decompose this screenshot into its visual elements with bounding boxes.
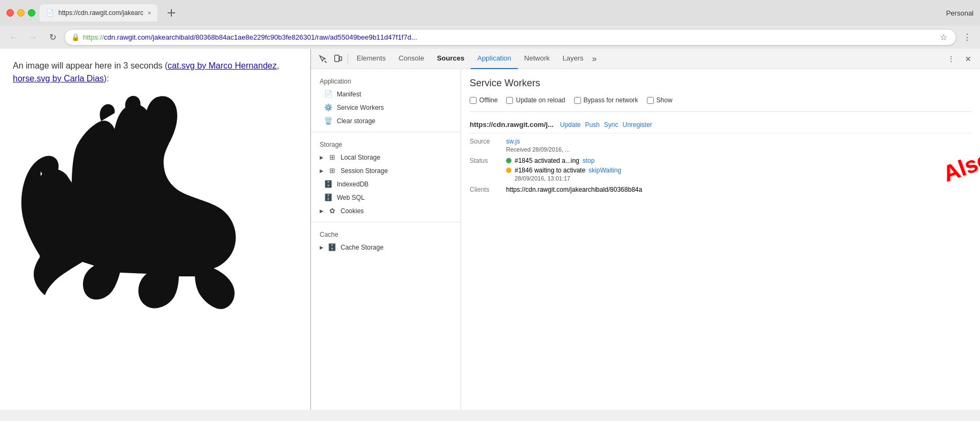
clear-storage-icon: 🗑️: [324, 117, 333, 125]
back-button[interactable]: ←: [6, 30, 21, 45]
sidebar-item-service-workers[interactable]: ⚙️ Service Workers: [311, 101, 461, 114]
sidebar-item-local-storage[interactable]: ▶ ⊞ Local Storage: [311, 151, 461, 164]
horse-link[interactable]: horse.svg by Carla Dias: [13, 74, 104, 83]
cat-link[interactable]: cat.svg by Marco Hernandez: [168, 61, 277, 70]
devtools-inner: Elements Console Sources Application Net…: [311, 49, 980, 410]
cache-storage-icon: 🗄️: [328, 243, 336, 251]
sidebar-item-web-sql[interactable]: 🗄️ Web SQL: [311, 191, 461, 204]
separator: ,: [277, 61, 279, 70]
sw-sync-link[interactable]: Sync: [604, 121, 619, 129]
webpage-content: An image will appear here in 3 seconds (…: [0, 49, 311, 410]
sidebar-item-clear-storage[interactable]: 🗑️ Clear storage: [311, 114, 461, 127]
sw-status2-timestamp: 28/09/2016, 13:01:17: [515, 175, 621, 182]
reload-button[interactable]: ↻: [45, 30, 60, 45]
minimize-button[interactable]: [17, 9, 25, 17]
local-storage-icon: ⊞: [328, 153, 336, 161]
maximize-button[interactable]: [28, 9, 35, 17]
tab-close-button[interactable]: ×: [148, 10, 151, 16]
cache-storage-arrow-icon: ▶: [320, 245, 323, 250]
sidebar-item-cache-storage[interactable]: ▶ 🗄️ Cache Storage: [311, 240, 461, 254]
forward-button[interactable]: →: [26, 30, 41, 45]
update-on-reload-checkbox-label[interactable]: Update on reload: [506, 96, 565, 104]
sidebar-divider-2: [311, 222, 461, 222]
indexeddb-icon: 🗄️: [324, 180, 333, 188]
status2-dot: [506, 168, 511, 173]
address-bar-row: ← → ↻ 🔒 https://cdn.rawgit.com/jakearchi…: [0, 26, 980, 49]
traffic-lights: [6, 9, 35, 17]
device-toolbar-button[interactable]: [330, 51, 345, 66]
sw-status-values: #1845 activated a ... ing stop #1846 wai…: [506, 157, 621, 182]
status2-text: #1846 waiting to activate: [515, 167, 585, 174]
offline-label: Offline: [479, 96, 497, 104]
tab-network[interactable]: Network: [518, 49, 556, 69]
session-storage-arrow-icon: ▶: [320, 168, 323, 174]
update-on-reload-checkbox[interactable]: [506, 97, 513, 104]
sw-unregister-link[interactable]: Unregister: [622, 121, 652, 129]
devtools-toolbar: Elements Console Sources Application Net…: [311, 49, 980, 69]
url-host: cdn.rawgit.com/jakearchibald/80368b84ac1…: [104, 33, 417, 41]
panel-divider: [470, 111, 971, 112]
sw-status1-row: #1845 activated a ... ing stop: [506, 157, 621, 164]
bypass-for-network-checkbox[interactable]: [574, 97, 581, 104]
inspect-element-button[interactable]: [315, 51, 330, 66]
address-text: https://cdn.rawgit.com/jakearchibald/803…: [83, 33, 934, 41]
devtools-main-panel: Service Workers Offline Update on reload: [461, 69, 980, 410]
browser-window: 📄 https://cdn.rawgit.com/jakearc × Perso…: [0, 0, 980, 410]
bookmark-icon[interactable]: ☆: [938, 32, 949, 42]
service-worker-entry: https://cdn.rawgit.com/j... Update Push …: [470, 116, 971, 133]
tab-application[interactable]: Application: [471, 49, 518, 69]
intro-text: An image will appear here in 3 seconds (: [13, 61, 168, 70]
tab-page-icon: 📄: [46, 9, 54, 17]
service-worker-options: Offline Update on reload Bypass for netw…: [470, 96, 971, 104]
sw-clients-row: Clients https://cdn.rawgit.com/jakearchi…: [470, 186, 971, 193]
offline-checkbox[interactable]: [470, 97, 477, 104]
tab-sources[interactable]: Sources: [431, 49, 471, 69]
sidebar-item-session-storage[interactable]: ▶ ⊞ Session Storage: [311, 164, 461, 177]
profile-label: Personal: [946, 9, 974, 17]
devtools-panel: Also useful!!: [311, 49, 980, 410]
toolbar-separator: [348, 54, 348, 64]
offline-checkbox-label[interactable]: Offline: [470, 96, 497, 104]
tab-elements[interactable]: Elements: [350, 49, 392, 69]
sidebar-item-indexeddb[interactable]: 🗄️ IndexedDB: [311, 177, 461, 191]
devtools-menu-button[interactable]: ⋮: [944, 51, 959, 66]
sidebar-item-cookies[interactable]: ▶ ✿ Cookies: [311, 204, 461, 217]
status1-dot: [506, 158, 511, 163]
svg-rect-5: [335, 55, 339, 62]
panel-title: Service Workers: [470, 78, 971, 89]
service-workers-icon: ⚙️: [324, 103, 333, 111]
sw-skip-waiting-link[interactable]: skipWaiting: [589, 167, 621, 174]
svg-rect-1: [168, 12, 175, 13]
sw-update-link[interactable]: Update: [560, 121, 581, 129]
devtools-sidebar: Application 📄 Manifest ⚙️ Service Worker…: [311, 69, 461, 410]
url-protocol: https://: [83, 33, 104, 41]
sw-push-link[interactable]: Push: [585, 121, 599, 129]
sidebar-section-storage: Storage: [311, 137, 461, 151]
status1-text: #1845 activated a: [515, 157, 566, 164]
local-storage-arrow-icon: ▶: [320, 155, 323, 160]
browser-tab[interactable]: 📄 https://cdn.rawgit.com/jakearc ×: [40, 4, 157, 21]
cookies-icon: ✿: [328, 207, 336, 215]
tab-layers[interactable]: Layers: [556, 49, 590, 69]
tab-console[interactable]: Console: [392, 49, 431, 69]
devtools-close-button[interactable]: ✕: [961, 51, 976, 66]
sw-source-file-link[interactable]: sw.js: [506, 138, 520, 145]
chrome-menu-button[interactable]: ⋮: [961, 32, 974, 42]
show-checkbox-label[interactable]: Show: [647, 96, 673, 104]
new-tab-button[interactable]: [164, 5, 179, 20]
sw-origin-url: https://cdn.rawgit.com/j...: [470, 121, 554, 129]
sidebar-item-manifest[interactable]: 📄 Manifest: [311, 87, 461, 101]
bypass-label: Bypass for network: [584, 96, 638, 104]
bypass-for-network-checkbox-label[interactable]: Bypass for network: [574, 96, 638, 104]
sw-stop-link[interactable]: stop: [583, 157, 595, 164]
close-button[interactable]: [6, 9, 14, 17]
show-label: Show: [657, 96, 673, 104]
main-area: An image will appear here in 3 seconds (…: [0, 49, 980, 410]
more-tabs-button[interactable]: »: [592, 54, 597, 64]
received-suffix: ...: [565, 146, 570, 153]
status-label: Status: [470, 157, 502, 164]
show-checkbox[interactable]: [647, 97, 654, 104]
cat-image: [13, 92, 281, 317]
address-box[interactable]: 🔒 https://cdn.rawgit.com/jakearchibald/8…: [64, 29, 956, 46]
svg-rect-4: [325, 61, 327, 63]
